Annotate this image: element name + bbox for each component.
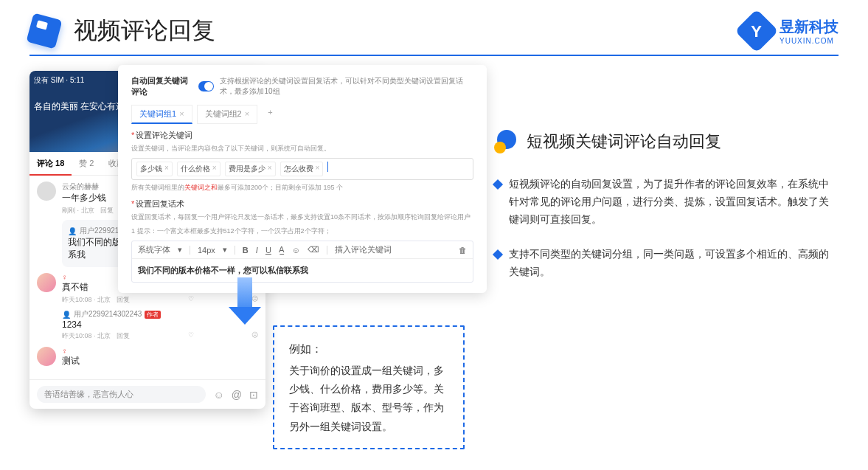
reply-label: 设置回复话术 [131,198,473,210]
heart-icon[interactable]: ♡ [188,331,194,341]
comment-meta: 刚刚 · 北京 [62,206,94,215]
underline-icon[interactable]: U [265,246,271,255]
keyword-count-hint: 所有关键词组里的关键词之和最多可添加200个；目前剩余可添加 195 个 [131,183,473,193]
comment-item: ♀ 测试 [37,347,258,367]
reply-link[interactable]: 回复 [117,331,130,341]
reply-help: 设置回复话术，每回复一个用户评论只发送一条话术，最多支持设置10条不同话术，按添… [131,212,473,222]
keyword-group-tab-1[interactable]: 关键词组1× [131,105,192,124]
delete-icon[interactable]: 🗑 [459,246,467,255]
page-title: 视频评论回复 [74,15,215,47]
keywords-input[interactable]: 多少钱× 什么价格× 费用是多少× 怎么收费× [131,158,473,180]
chevron-down-icon[interactable]: ▾ [178,245,182,255]
panel-desc: 支持根据评论的关键词设置回复话术，可以针对不同类型关键词设置回复话术，最多添加1… [220,76,473,97]
tab-comments[interactable]: 评论 18 [29,152,72,175]
logo-en: YUUXIN.COM [780,37,839,45]
comment-input-bar: 善语结善缘，恶言伤人心 ☺ @ ⊡ [29,379,265,409]
richtext-editor[interactable]: 系统字体▾ 14px▾ B I U A̲ ☺ ⌫ 插入评论关键词 🗑 我们不同的… [131,241,473,283]
panel-title: 自动回复关键词评论 [131,75,192,97]
section-title: 短视频关键词评论自动回复 [527,131,721,153]
cube-icon [27,13,63,49]
avatar [37,273,56,292]
reply-content[interactable]: 我们不同的版本价格不一样，您可以私信联系我 [132,259,473,282]
author-badge: 作者 [145,311,161,319]
commenter-name: ♀ [62,347,258,355]
diamond-icon [493,179,503,190]
italic-icon[interactable]: I [256,246,258,255]
close-icon[interactable]: × [268,164,272,174]
keyword-group-tab-2[interactable]: 关键词组2× [197,105,258,124]
close-icon[interactable]: × [316,164,320,174]
at-icon[interactable]: @ [232,389,242,401]
comment-input[interactable]: 善语结善缘，恶言伤人心 [37,386,206,403]
fontsize-select[interactable]: 14px [198,246,215,255]
keyword-chip: 多少钱× [136,162,173,176]
bullet-item: 短视频评论的自动回复设置，为了提升作者的评论回复效率，在系统中针对常见的评论用户… [494,176,839,228]
example-body: 关于询价的设置成一组关键词，多少钱、什么价格，费用多少等。关于咨询班型、版本、型… [289,362,448,436]
keyword-chip: 怎么收费× [280,162,324,176]
keywords-label: 设置评论关键词 [131,130,473,141]
close-icon[interactable]: × [179,109,184,118]
status-bar: 没有 SIM · 5:11 [34,75,84,86]
image-icon[interactable]: ⊡ [249,389,258,401]
close-icon[interactable]: × [164,164,169,174]
logo-cn: 昱新科技 [780,17,839,37]
diamond-icon [493,249,503,260]
brand-logo: 昱新科技 YUUXIN.COM [741,15,839,46]
right-column: 短视频关键词评论自动回复 短视频评论的自动回复设置，为了提升作者的评论回复效率，… [494,71,839,440]
keyword-chip: 什么价格× [177,162,221,176]
emoji-icon[interactable]: ☺ [292,246,300,255]
comment-meta: 昨天10:08 · 北京 [62,331,111,341]
bold-icon[interactable]: B [243,246,249,255]
reply-user: 用户2299214302243 [74,309,142,319]
close-icon[interactable]: × [212,164,217,174]
slide-header: 视频评论回复 昱新科技 YUUXIN.COM [0,0,868,55]
reply-tip: 1 提示：一个富文本框最多支持512个字符，一个汉字占用2个字符； [131,227,473,236]
settings-panel: 自动回复关键词评论 支持根据评论的关键词设置回复话术，可以针对不同类型关键词设置… [118,65,487,293]
add-group-button[interactable]: + [262,105,278,124]
example-lead: 例如： [289,339,448,359]
chevron-down-icon[interactable]: ▾ [223,245,227,255]
reply-link[interactable]: 回复 [100,206,114,215]
bullet-text: 短视频评论的自动回复设置，为了提升作者的评论回复效率，在系统中针对常见的评论用户… [509,176,839,228]
dislike-icon[interactable]: ☹ [251,331,258,341]
header-divider [29,55,839,56]
mockup-column: 没有 SIM · 5:11 各自的美丽 在安心有这... 评论 18 赞 2 收… [29,71,472,440]
arrow-down-icon [229,277,261,325]
auto-reply-toggle[interactable] [198,81,215,91]
bullet-item: 支持不同类型的关键词分组，同一类问题，可设置多个相近的、高频的关键词。 [494,246,839,281]
bullet-text: 支持不同类型的关键词分组，同一类问题，可设置多个相近的、高频的关键词。 [509,246,839,281]
logo-mark-icon [735,9,778,52]
reply-link[interactable]: 回复 [117,295,130,305]
section-icon [494,130,518,153]
close-icon[interactable]: × [245,109,249,118]
keyword-chip: 费用是多少× [225,162,276,176]
comment-text: 测试 [62,355,258,367]
emoji-icon[interactable]: ☺ [213,389,223,401]
avatar [37,347,56,366]
comment-meta: 昨天10:08 · 北京 [62,295,111,305]
clear-icon[interactable]: ⌫ [308,245,319,255]
color-icon[interactable]: A̲ [279,245,285,255]
example-callout: 例如： 关于询价的设置成一组关键词，多少钱、什么价格，费用多少等。关于咨询班型、… [273,325,465,449]
tab-likes[interactable]: 赞 2 [72,152,101,175]
heart-icon[interactable]: ♡ [188,295,194,305]
avatar [37,182,56,201]
insert-keyword-button[interactable]: 插入评论关键词 [335,244,392,255]
keywords-help: 设置关键词，当评论里内容包含了以下关键词，则系统可自动回复。 [131,144,473,153]
font-select[interactable]: 系统字体 [138,244,170,255]
